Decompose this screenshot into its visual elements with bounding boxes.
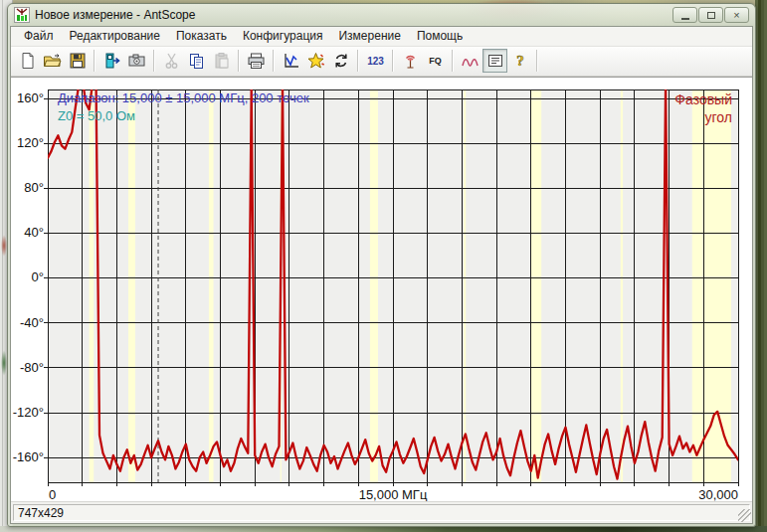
menu-file[interactable]: Файл bbox=[16, 27, 62, 46]
maximize-button[interactable] bbox=[698, 7, 723, 23]
toolbar-separator bbox=[238, 50, 240, 72]
app-icon bbox=[14, 7, 30, 23]
sweep-range-label: Диапазон: 15,000 ± 15,000 МГц, 200 точек bbox=[58, 90, 309, 105]
new-document-button[interactable] bbox=[15, 49, 40, 73]
save-floppy-icon bbox=[69, 52, 87, 70]
series-title-line2: угол bbox=[613, 108, 732, 126]
menu-bar: Файл Редактирование Показать Конфигураци… bbox=[11, 27, 752, 47]
close-button[interactable]: × bbox=[724, 7, 749, 23]
chart-panel[interactable]: 160° 120° 80° 40° 0° -40° -80° -120° -16… bbox=[11, 77, 752, 501]
toolbar-separator bbox=[273, 50, 275, 72]
menu-edit[interactable]: Редактирование bbox=[62, 27, 168, 46]
toolbar: 123 FQ ? bbox=[11, 47, 752, 77]
window-frame: Файл Редактирование Показать Конфигураци… bbox=[10, 26, 753, 524]
status-size-cell: 747x429 bbox=[13, 504, 750, 521]
antscope-window: Новое измерение - AntScope × Файл Редакт… bbox=[7, 3, 756, 527]
series-title-line1: Фазовый bbox=[613, 90, 732, 108]
open-folder-icon bbox=[43, 52, 62, 70]
menu-measurement[interactable]: Измерение bbox=[330, 27, 408, 46]
copy-icon bbox=[188, 52, 206, 70]
menu-configuration[interactable]: Конфигурация bbox=[235, 27, 331, 46]
antenna-button[interactable] bbox=[398, 49, 423, 73]
chart-icon bbox=[283, 52, 300, 70]
sweep-wave-button[interactable] bbox=[458, 49, 482, 73]
maximize-icon bbox=[707, 12, 715, 19]
printer-icon bbox=[247, 52, 266, 70]
print-button[interactable] bbox=[244, 49, 269, 73]
y-axis-tick-label: 40° bbox=[11, 225, 44, 240]
help-icon: ? bbox=[512, 52, 528, 70]
toolbar-separator bbox=[536, 50, 538, 72]
numbers-123-icon: 123 bbox=[367, 56, 384, 67]
chart-mode-button[interactable] bbox=[279, 49, 303, 73]
wave-icon bbox=[461, 52, 479, 70]
menu-help[interactable]: Помощь bbox=[409, 27, 471, 46]
x-axis-tick-label: 30,000 bbox=[698, 487, 738, 502]
y-axis-tick-label: -120° bbox=[11, 405, 44, 420]
y-axis-tick-label: 120° bbox=[11, 135, 44, 150]
report-list-button[interactable] bbox=[482, 49, 507, 73]
desktop-background: Новое измерение - AntScope × Файл Редакт… bbox=[0, 0, 767, 532]
menu-show[interactable]: Показать bbox=[168, 27, 235, 46]
chart-size-label: 747x429 bbox=[18, 506, 64, 520]
save-button[interactable] bbox=[65, 49, 90, 73]
cut-scissors-icon bbox=[163, 52, 181, 70]
help-button[interactable]: ? bbox=[507, 49, 532, 73]
toolbar-separator bbox=[452, 50, 454, 72]
desktop-right-strip bbox=[755, 0, 767, 532]
svg-text:?: ? bbox=[516, 53, 524, 69]
y-axis-tick-label: 80° bbox=[11, 180, 44, 195]
export-icon bbox=[103, 52, 121, 70]
resize-grip[interactable] bbox=[738, 509, 751, 522]
paste-clipboard-icon bbox=[213, 52, 231, 70]
star-icon bbox=[306, 52, 325, 70]
refresh-icon bbox=[332, 52, 350, 70]
points-count-button[interactable]: 123 bbox=[363, 49, 388, 73]
toolbar-separator bbox=[392, 50, 394, 72]
y-axis-tick-label: -80° bbox=[11, 360, 44, 375]
fq-icon: FQ bbox=[429, 56, 442, 66]
export-button[interactable] bbox=[99, 49, 124, 73]
title-bar[interactable]: Новое измерение - AntScope × bbox=[8, 4, 755, 26]
new-document-icon bbox=[19, 52, 37, 70]
phase-chart[interactable] bbox=[11, 78, 754, 504]
minimize-icon bbox=[681, 18, 689, 20]
copy-button[interactable] bbox=[184, 49, 209, 73]
camera-icon bbox=[127, 52, 146, 70]
toolbar-separator bbox=[357, 50, 359, 72]
screenshot-button[interactable] bbox=[124, 49, 149, 73]
frequency-button[interactable]: FQ bbox=[423, 49, 448, 73]
y-axis-tick-label: 160° bbox=[11, 90, 44, 105]
z0-label: Z0 = 50,0 Ом bbox=[58, 108, 135, 123]
favorites-star-button[interactable] bbox=[303, 49, 328, 73]
minimize-button[interactable] bbox=[672, 7, 697, 23]
cut-button bbox=[159, 49, 184, 73]
open-file-button[interactable] bbox=[40, 49, 65, 73]
x-axis-tick-label: 15,000 МГц bbox=[359, 487, 428, 502]
toolbar-separator bbox=[153, 50, 155, 72]
antenna-icon bbox=[401, 52, 420, 70]
series-title: Фазовый угол bbox=[613, 90, 732, 126]
y-axis-tick-label: -40° bbox=[11, 315, 44, 330]
refresh-button[interactable] bbox=[328, 49, 353, 73]
toolbar-separator bbox=[94, 50, 96, 72]
y-axis-tick-label: -160° bbox=[11, 449, 44, 464]
window-title: Новое измерение - AntScope bbox=[35, 8, 195, 22]
close-icon: × bbox=[733, 10, 739, 21]
y-axis-tick-label: 0° bbox=[11, 269, 44, 284]
x-axis-tick-label: 0 bbox=[49, 487, 56, 502]
paste-button bbox=[209, 49, 234, 73]
list-icon bbox=[486, 52, 504, 70]
status-bar: 747x429 bbox=[11, 501, 752, 523]
